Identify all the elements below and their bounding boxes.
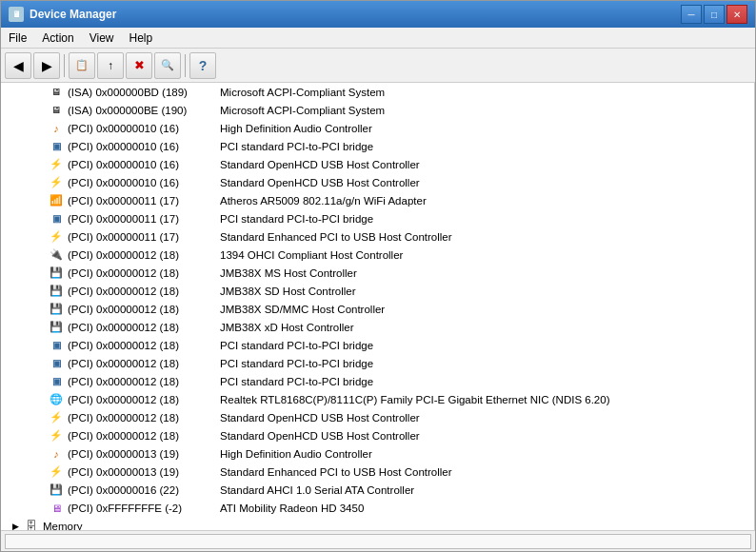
memory-tree-item[interactable]: ▶ 🗄 Memory	[1, 517, 754, 530]
maximize-button[interactable]: □	[704, 5, 725, 24]
main-content: 🖥 (ISA) 0x000000BD (189) Microsoft ACPI-…	[1, 83, 755, 530]
close-button[interactable]: ✕	[726, 5, 747, 24]
pci-icon: ▣	[49, 139, 64, 154]
table-row[interactable]: ▣ (PCI) 0x00000012 (18) PCI standard PCI…	[1, 354, 754, 372]
storage-icon: 💾	[49, 302, 64, 317]
table-row[interactable]: 💾 (PCI) 0x00000016 (22) Standard AHCI 1.…	[1, 481, 754, 499]
table-row[interactable]: ⚡ (PCI) 0x00000010 (16) Standard OpenHCD…	[1, 155, 754, 173]
back-button[interactable]: ◀	[5, 52, 31, 79]
window-icon: 🖥	[9, 7, 24, 22]
table-row[interactable]: 💾 (PCI) 0x00000012 (18) JMB38X SD Host C…	[1, 282, 754, 300]
sound-icon: ♪	[49, 446, 64, 462]
forward-button[interactable]: ▶	[33, 52, 60, 79]
menu-bar: File Action View Help	[1, 28, 755, 49]
table-row[interactable]: ▣ (PCI) 0x00000012 (18) PCI standard PCI…	[1, 372, 754, 390]
network-icon: 🌐	[49, 392, 64, 407]
table-row[interactable]: 📶 (PCI) 0x00000011 (17) Atheros AR5009 8…	[1, 191, 754, 209]
storage-icon: 💾	[49, 320, 64, 335]
table-row[interactable]: 🌐 (PCI) 0x00000012 (18) Realtek RTL8168C…	[1, 390, 754, 408]
storage-icon: 💾	[49, 266, 64, 281]
usb-icon: ⚡	[49, 410, 64, 425]
memory-icon: 🗄	[24, 519, 39, 531]
storage-icon: 💾	[49, 284, 64, 299]
table-row[interactable]: ▣ (PCI) 0x00000012 (18) PCI standard PCI…	[1, 336, 754, 354]
gpu-icon: 🖥	[49, 501, 64, 516]
title-bar-left: 🖥 Device Manager	[9, 7, 116, 22]
table-row[interactable]: ♪ (PCI) 0x00000010 (16) High Definition …	[1, 119, 754, 137]
device-manager-window: 🖥 Device Manager ─ □ ✕ File Action View …	[0, 0, 756, 552]
menu-help[interactable]: Help	[122, 30, 161, 47]
toolbar: ◀ ▶ 📋 ↑ ✖ 🔍 ?	[1, 49, 755, 83]
table-row[interactable]: 💾 (PCI) 0x00000012 (18) JMB38X MS Host C…	[1, 264, 754, 282]
table-row[interactable]: ⚡ (PCI) 0x00000010 (16) Standard OpenHCD…	[1, 173, 754, 191]
usb-icon: ⚡	[49, 428, 64, 444]
table-row[interactable]: ⚡ (PCI) 0x00000012 (18) Standard OpenHCD…	[1, 408, 754, 426]
title-bar: 🖥 Device Manager ─ □ ✕	[1, 1, 755, 28]
table-row[interactable]: ♪ (PCI) 0x00000013 (19) High Definition …	[1, 444, 754, 463]
expand-arrow: ▶	[9, 520, 22, 531]
ieee-icon: 🔌	[49, 247, 64, 263]
menu-action[interactable]: Action	[34, 30, 81, 47]
status-text	[5, 534, 751, 549]
pci-icon: ▣	[49, 211, 64, 227]
properties-button[interactable]: 📋	[69, 52, 95, 79]
menu-file[interactable]: File	[1, 30, 34, 47]
table-row[interactable]: 🖥 (ISA) 0x000000BD (189) Microsoft ACPI-…	[1, 83, 754, 101]
table-row[interactable]: ▣ (PCI) 0x00000010 (16) PCI standard PCI…	[1, 137, 754, 155]
window-title: Device Manager	[30, 8, 116, 21]
status-bar	[1, 530, 755, 551]
table-row[interactable]: 🖥 (PCI) 0xFFFFFFFE (-2) ATI Mobility Rad…	[1, 499, 754, 517]
table-row[interactable]: ⚡ (PCI) 0x00000012 (18) Standard OpenHCD…	[1, 426, 754, 444]
pci-icon: ▣	[49, 374, 64, 389]
usb-icon: ⚡	[49, 464, 64, 480]
title-controls: ─ □ ✕	[681, 5, 747, 24]
table-row[interactable]: 🔌 (PCI) 0x00000012 (18) 1394 OHCI Compli…	[1, 246, 754, 264]
pci-icon: ▣	[49, 356, 64, 371]
toolbar-sep-1	[64, 54, 65, 77]
table-row[interactable]: 💾 (PCI) 0x00000012 (18) JMB38X xD Host C…	[1, 318, 754, 336]
device-tree[interactable]: 🖥 (ISA) 0x000000BD (189) Microsoft ACPI-…	[1, 83, 755, 530]
pci-icon: ▣	[49, 338, 64, 353]
minimize-button[interactable]: ─	[681, 5, 702, 24]
usb-icon: ⚡	[49, 229, 64, 245]
table-row[interactable]: ▣ (PCI) 0x00000011 (17) PCI standard PCI…	[1, 209, 754, 227]
usb-icon: ⚡	[49, 175, 64, 190]
acpi-icon: 🖥	[49, 103, 64, 118]
storage-icon: 💾	[49, 483, 64, 498]
table-row[interactable]: 🖥 (ISA) 0x000000BE (190) Microsoft ACPI-…	[1, 101, 754, 119]
toolbar-sep-2	[185, 54, 186, 77]
acpi-icon: 🖥	[49, 85, 64, 100]
table-row[interactable]: 💾 (PCI) 0x00000012 (18) JMB38X SD/MMC Ho…	[1, 300, 754, 318]
wifi-icon: 📶	[49, 193, 64, 208]
table-row[interactable]: ⚡ (PCI) 0x00000011 (17) Standard Enhance…	[1, 227, 754, 246]
table-row[interactable]: ⚡ (PCI) 0x00000013 (19) Standard Enhance…	[1, 463, 754, 481]
update-driver-button[interactable]: ↑	[97, 52, 124, 79]
help-button[interactable]: ?	[189, 52, 216, 79]
uninstall-button[interactable]: ✖	[126, 52, 152, 79]
scan-hardware-button[interactable]: 🔍	[154, 52, 181, 79]
memory-label: Memory	[43, 521, 83, 531]
sound-icon: ♪	[49, 121, 64, 136]
usb-icon: ⚡	[49, 157, 64, 172]
menu-view[interactable]: View	[82, 30, 122, 47]
